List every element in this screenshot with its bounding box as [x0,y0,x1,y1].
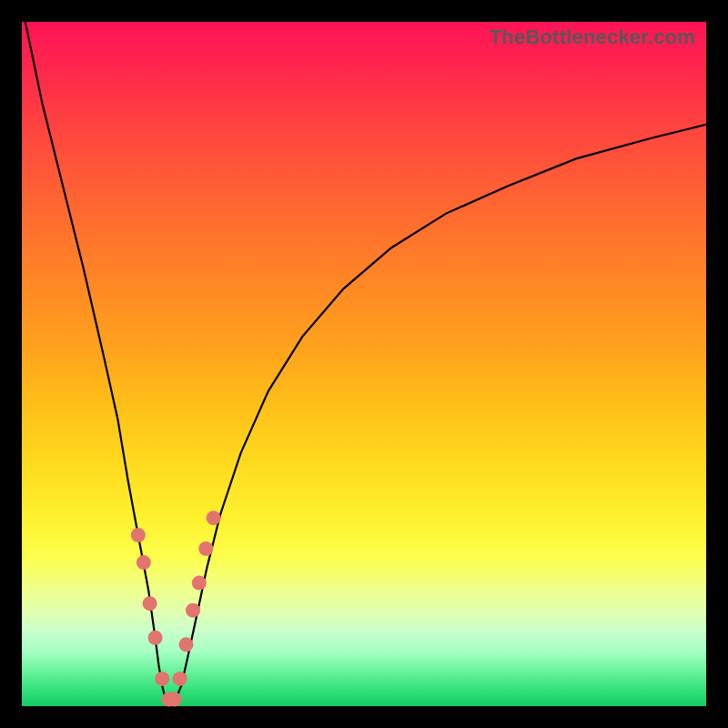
marker-point [143,596,157,611]
marker-point [179,637,194,652]
marker-point [131,528,146,542]
marker-point [167,693,182,707]
marker-point [198,541,213,556]
marker-point [173,672,187,686]
marker-point [155,672,169,686]
plot-area: TheBottlenecker.com [22,22,706,706]
marker-point [192,576,207,591]
marker-point [148,631,163,645]
chart-overlay [22,22,706,706]
marker-point [207,511,221,525]
marker-point [136,555,151,570]
markers-group [131,511,221,706]
curve-group [25,22,706,706]
curve-right-branch [171,125,706,706]
marker-point [186,603,200,618]
chart-frame: TheBottlenecker.com [0,0,728,728]
